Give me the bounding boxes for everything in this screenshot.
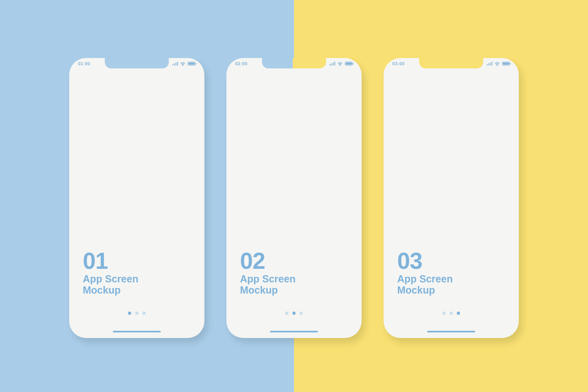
screen-number: 02: [240, 249, 296, 272]
signal-icon: [487, 62, 493, 66]
screen-title: App Screen Mockup: [83, 273, 138, 296]
signal-icon: [172, 62, 178, 66]
page-dots: [442, 312, 460, 315]
status-time: 02:00: [235, 61, 248, 66]
home-indicator[interactable]: [427, 331, 475, 333]
wifi-icon: [180, 62, 186, 66]
status-icons: [487, 62, 510, 66]
page-dots: [128, 312, 146, 315]
screen-number: 01: [83, 249, 138, 272]
status-icons: [330, 62, 353, 66]
status-time: 01:00: [78, 61, 90, 66]
status-bar: 01:00: [69, 61, 204, 66]
page-dot-1[interactable]: [128, 312, 131, 315]
page-dots: [285, 312, 303, 315]
page-dot-3[interactable]: [142, 312, 146, 315]
battery-icon: [345, 62, 353, 66]
page-dot-3[interactable]: [300, 312, 303, 315]
screen-content: 03 App Screen Mockup: [397, 249, 453, 296]
phone-mockup-3: 03:00 03 App Screen Mockup: [384, 58, 519, 338]
page-dot-1[interactable]: [285, 312, 288, 315]
phones-container: 01:00 01 App Screen Mockup: [0, 58, 588, 338]
status-time: 03:00: [392, 61, 405, 66]
screen-title: App Screen Mockup: [397, 273, 453, 296]
page-dot-2[interactable]: [135, 312, 138, 315]
battery-icon: [188, 62, 196, 66]
page-dot-3[interactable]: [457, 312, 460, 315]
battery-icon: [502, 62, 510, 66]
status-icons: [172, 62, 196, 66]
signal-icon: [330, 62, 336, 66]
home-indicator[interactable]: [113, 331, 161, 333]
wifi-icon: [494, 62, 500, 66]
wifi-icon: [337, 62, 343, 66]
screen-number: 03: [397, 249, 453, 272]
page-dot-2[interactable]: [292, 312, 296, 315]
page-dot-2[interactable]: [450, 312, 453, 315]
status-bar: 02:00: [226, 61, 362, 66]
phone-mockup-1: 01:00 01 App Screen Mockup: [69, 58, 204, 338]
screen-content: 01 App Screen Mockup: [83, 249, 138, 296]
home-indicator[interactable]: [270, 331, 318, 333]
phone-mockup-2: 02:00 02 App Screen Mockup: [226, 58, 362, 338]
status-bar: 03:00: [384, 61, 519, 66]
page-dot-1[interactable]: [442, 312, 446, 315]
screen-title: App Screen Mockup: [240, 273, 296, 296]
screen-content: 02 App Screen Mockup: [240, 249, 296, 296]
